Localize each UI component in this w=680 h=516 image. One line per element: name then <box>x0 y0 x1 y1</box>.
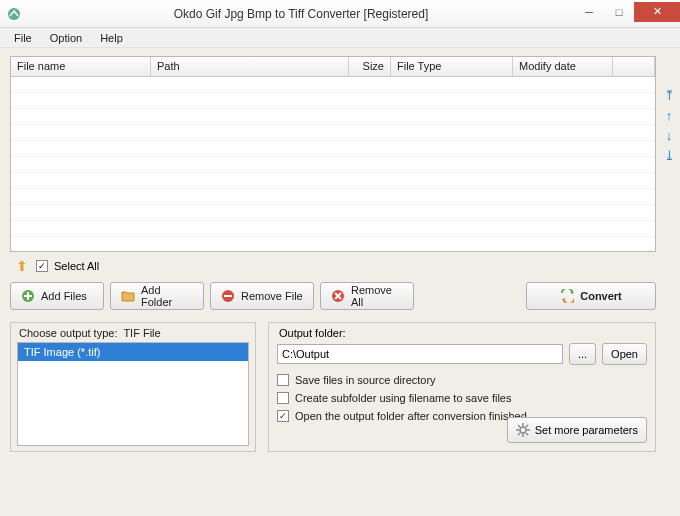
table-row <box>11 157 655 173</box>
output-type-group: Choose output type: TIF File TIF Image (… <box>10 322 256 452</box>
up-arrow-icon[interactable]: ⬆ <box>14 258 30 274</box>
table-row <box>11 173 655 189</box>
table-header: File name Path Size File Type Modify dat… <box>11 57 655 77</box>
menu-help[interactable]: Help <box>92 30 131 46</box>
content-area: ⤒ ↑ ↓ ⤓ File name Path Size File Type Mo… <box>0 48 680 516</box>
col-modify[interactable]: Modify date <box>513 57 613 76</box>
remove-file-button[interactable]: Remove File <box>210 282 314 310</box>
set-more-label: Set more parameters <box>535 424 638 436</box>
x-icon <box>331 289 345 303</box>
open-after-label: Open the output folder after conversion … <box>295 410 527 422</box>
convert-button[interactable]: Convert <box>526 282 656 310</box>
plus-icon <box>21 289 35 303</box>
menubar: File Option Help <box>0 28 680 48</box>
table-row <box>11 141 655 157</box>
bottom-panels: Choose output type: TIF File TIF Image (… <box>10 318 656 452</box>
remove-file-label: Remove File <box>241 290 303 302</box>
svg-line-9 <box>518 425 520 427</box>
output-type-label: Choose output type: TIF File <box>17 327 249 342</box>
menu-option[interactable]: Option <box>42 30 90 46</box>
add-folder-button[interactable]: Add Folder <box>110 282 204 310</box>
check-subfolder-row: Create subfolder using filename to save … <box>277 389 647 407</box>
table-row <box>11 189 655 205</box>
svg-line-10 <box>526 433 528 435</box>
svg-line-11 <box>518 433 520 435</box>
output-folder-input[interactable] <box>277 344 563 364</box>
table-row <box>11 109 655 125</box>
close-button[interactable]: ✕ <box>634 2 680 22</box>
col-size[interactable]: Size <box>349 57 391 76</box>
browse-button[interactable]: ... <box>569 343 596 365</box>
open-button[interactable]: Open <box>602 343 647 365</box>
reorder-toolbar: ⤒ ↑ ↓ ⤓ <box>662 88 676 162</box>
folder-icon <box>121 289 135 303</box>
remove-all-label: Remove All <box>351 284 403 308</box>
select-all-checkbox[interactable]: ✓ <box>36 260 48 272</box>
gear-icon <box>516 423 530 437</box>
set-more-parameters-button[interactable]: Set more parameters <box>507 417 647 443</box>
col-path[interactable]: Path <box>151 57 349 76</box>
output-folder-label: Output folder: <box>277 327 647 341</box>
col-filename[interactable]: File name <box>11 57 151 76</box>
table-row <box>11 77 655 93</box>
convert-icon <box>560 289 574 303</box>
subfolder-label: Create subfolder using filename to save … <box>295 392 511 404</box>
col-spacer <box>613 57 655 76</box>
titlebar: Okdo Gif Jpg Bmp to Tiff Converter [Regi… <box>0 0 680 28</box>
select-all-label: Select All <box>54 260 99 272</box>
minimize-button[interactable]: ─ <box>574 2 604 22</box>
maximize-button[interactable]: □ <box>604 2 634 22</box>
action-buttons: Add Files Add Folder Remove File Remove … <box>10 280 656 318</box>
window-title: Okdo Gif Jpg Bmp to Tiff Converter [Regi… <box>28 7 574 21</box>
move-top-icon[interactable]: ⤒ <box>662 88 676 102</box>
add-files-button[interactable]: Add Files <box>10 282 104 310</box>
remove-all-button[interactable]: Remove All <box>320 282 414 310</box>
app-icon <box>0 0 28 28</box>
menu-file[interactable]: File <box>6 30 40 46</box>
svg-point-4 <box>520 427 526 433</box>
list-item[interactable]: TIF Image (*.tif) <box>18 343 248 361</box>
table-row <box>11 125 655 141</box>
table-row <box>11 93 655 109</box>
move-down-icon[interactable]: ↓ <box>662 128 676 142</box>
table-row <box>11 205 655 221</box>
table-row <box>11 221 655 237</box>
convert-label: Convert <box>580 290 622 302</box>
save-source-checkbox[interactable] <box>277 374 289 386</box>
move-bottom-icon[interactable]: ⤓ <box>662 148 676 162</box>
save-source-label: Save files in source directory <box>295 374 436 386</box>
add-files-label: Add Files <box>41 290 87 302</box>
output-type-list[interactable]: TIF Image (*.tif) <box>17 342 249 446</box>
output-folder-row: ... Open <box>277 343 647 365</box>
output-folder-group: Output folder: ... Open Save files in so… <box>268 322 656 452</box>
window-controls: ─ □ ✕ <box>574 6 680 22</box>
move-up-icon[interactable]: ↑ <box>662 108 676 122</box>
col-filetype[interactable]: File Type <box>391 57 513 76</box>
add-folder-label: Add Folder <box>141 284 193 308</box>
file-table: File name Path Size File Type Modify dat… <box>10 56 656 252</box>
select-all-row: ⬆ ✓ Select All <box>10 252 656 280</box>
svg-line-12 <box>526 425 528 427</box>
minus-icon <box>221 289 235 303</box>
open-after-checkbox[interactable]: ✓ <box>277 410 289 422</box>
subfolder-checkbox[interactable] <box>277 392 289 404</box>
table-body <box>11 77 655 237</box>
check-save-source-row: Save files in source directory <box>277 371 647 389</box>
